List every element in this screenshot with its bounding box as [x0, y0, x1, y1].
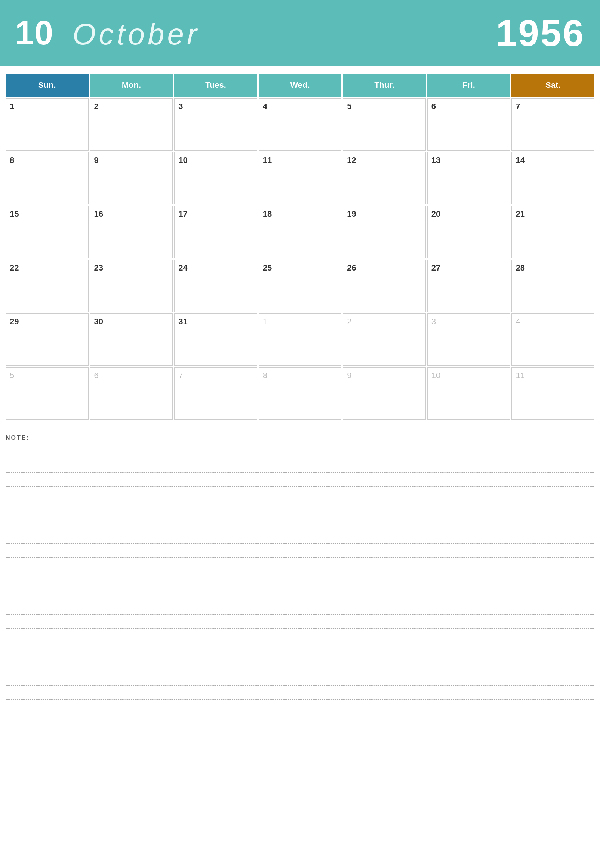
- calendar-cell[interactable]: 9: [343, 367, 426, 420]
- note-line[interactable]: [6, 615, 594, 629]
- note-line[interactable]: [6, 558, 594, 572]
- note-line[interactable]: [6, 657, 594, 671]
- day-number: 29: [10, 317, 19, 326]
- calendar-cell[interactable]: 11: [259, 152, 342, 204]
- note-line[interactable]: [6, 529, 594, 544]
- calendar-cell[interactable]: 30: [90, 313, 173, 366]
- day-number: 10: [178, 156, 187, 165]
- day-number: 19: [347, 209, 356, 219]
- calendar-cell[interactable]: 4: [511, 313, 594, 366]
- day-number: 18: [263, 209, 272, 219]
- calendar-cell[interactable]: 14: [511, 152, 594, 204]
- calendar-cell[interactable]: 22: [6, 260, 89, 312]
- calendar-cell[interactable]: 28: [511, 260, 594, 312]
- note-line[interactable]: [6, 501, 594, 515]
- calendar-cell[interactable]: 6: [90, 367, 173, 420]
- calendar-cell[interactable]: 26: [343, 260, 426, 312]
- calendar-cell[interactable]: 13: [427, 152, 510, 204]
- calendar-cell[interactable]: 7: [511, 98, 594, 151]
- calendar-cell[interactable]: 21: [511, 206, 594, 258]
- notes-label: NOTE:: [6, 434, 594, 441]
- note-line[interactable]: [6, 600, 594, 615]
- calendar-cell[interactable]: 12: [343, 152, 426, 204]
- day-number: 11: [263, 156, 272, 165]
- calendar-cell[interactable]: 18: [259, 206, 342, 258]
- calendar-cell[interactable]: 11: [511, 367, 594, 420]
- calendar-cell[interactable]: 8: [259, 367, 342, 420]
- calendar-cell[interactable]: 9: [90, 152, 173, 204]
- day-number: 11: [515, 370, 524, 380]
- calendar-cell[interactable]: 8: [6, 152, 89, 204]
- calendar-grid: 1234567891011121314151617181920212223242…: [6, 98, 594, 420]
- note-line[interactable]: [6, 544, 594, 558]
- day-number: 1: [263, 317, 267, 326]
- day-number: 31: [178, 317, 187, 326]
- calendar-cell[interactable]: 17: [174, 206, 257, 258]
- calendar-cell[interactable]: 3: [427, 313, 510, 366]
- calendar-header: 10 October 1956: [0, 0, 600, 66]
- day-number: 16: [94, 209, 103, 219]
- day-number: 7: [178, 370, 183, 380]
- calendar-cell[interactable]: 10: [174, 152, 257, 204]
- day-number: 27: [432, 263, 440, 272]
- calendar-cell[interactable]: 5: [6, 367, 89, 420]
- calendar-container: Sun.Mon.Tues.Wed.Thur.Fri.Sat. 123456789…: [0, 66, 600, 423]
- calendar-cell[interactable]: 27: [427, 260, 510, 312]
- note-line[interactable]: [6, 487, 594, 501]
- day-number: 24: [178, 263, 187, 272]
- day-number: 10: [432, 370, 440, 380]
- day-number: 13: [432, 156, 440, 165]
- day-number: 30: [94, 317, 103, 326]
- year: 1956: [496, 12, 585, 54]
- note-line[interactable]: [6, 458, 594, 473]
- day-number: 5: [347, 101, 352, 111]
- note-line[interactable]: [6, 629, 594, 643]
- note-line[interactable]: [6, 586, 594, 600]
- calendar-cell[interactable]: 6: [427, 98, 510, 151]
- note-line[interactable]: [6, 572, 594, 586]
- day-number: 14: [515, 156, 524, 165]
- calendar-cell[interactable]: 20: [427, 206, 510, 258]
- calendar-cell[interactable]: 7: [174, 367, 257, 420]
- day-header-sun: Sun.: [6, 74, 89, 97]
- day-number: 3: [178, 101, 183, 111]
- calendar-cell[interactable]: 1: [6, 98, 89, 151]
- calendar-cell[interactable]: 24: [174, 260, 257, 312]
- calendar-cell[interactable]: 16: [90, 206, 173, 258]
- calendar-cell[interactable]: 23: [90, 260, 173, 312]
- day-number: 8: [10, 156, 14, 165]
- calendar-cell[interactable]: 15: [6, 206, 89, 258]
- calendar-cell[interactable]: 5: [343, 98, 426, 151]
- day-number: 2: [347, 317, 352, 326]
- calendar-cell[interactable]: 19: [343, 206, 426, 258]
- day-number: 20: [432, 209, 440, 219]
- day-header-wed: Wed.: [259, 74, 342, 97]
- calendar-cell[interactable]: 10: [427, 367, 510, 420]
- day-number: 9: [347, 370, 352, 380]
- calendar-cell[interactable]: 29: [6, 313, 89, 366]
- day-number: 12: [347, 156, 356, 165]
- day-header-sat: Sat.: [511, 74, 594, 97]
- calendar-cell[interactable]: 31: [174, 313, 257, 366]
- notes-section: NOTE:: [0, 423, 600, 707]
- note-line[interactable]: [6, 686, 594, 700]
- day-number: 2: [94, 101, 99, 111]
- calendar-cell[interactable]: 2: [343, 313, 426, 366]
- calendar-cell[interactable]: 25: [259, 260, 342, 312]
- calendar-cell[interactable]: 3: [174, 98, 257, 151]
- day-number: 26: [347, 263, 356, 272]
- day-number: 6: [94, 370, 99, 380]
- note-line[interactable]: [6, 671, 594, 686]
- day-number: 17: [178, 209, 187, 219]
- calendar-cell[interactable]: 1: [259, 313, 342, 366]
- note-line[interactable]: [6, 473, 594, 487]
- calendar-cell[interactable]: 2: [90, 98, 173, 151]
- day-number: 3: [432, 317, 436, 326]
- day-number: 4: [515, 317, 520, 326]
- note-line[interactable]: [6, 515, 594, 529]
- note-line[interactable]: [6, 643, 594, 657]
- month-name: October: [73, 17, 200, 51]
- calendar-cell[interactable]: 4: [259, 98, 342, 151]
- day-header-thur: Thur.: [343, 74, 426, 97]
- note-line[interactable]: [6, 444, 594, 458]
